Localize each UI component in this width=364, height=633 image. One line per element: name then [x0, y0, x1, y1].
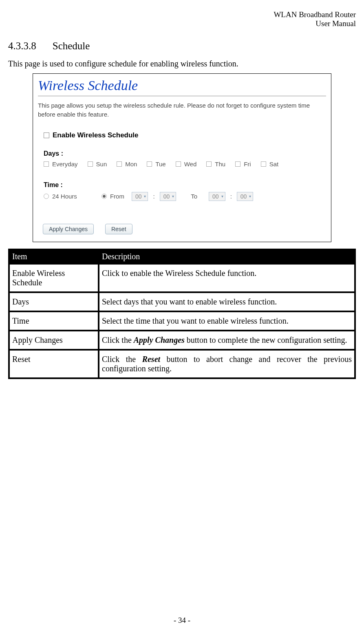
checkbox-icon[interactable] — [44, 132, 49, 138]
section-title: Schedule — [53, 40, 90, 52]
select-value: 00 — [135, 193, 142, 200]
header-item: Item — [9, 249, 99, 264]
radio-icon[interactable] — [44, 194, 49, 199]
apply-changes-button[interactable]: Apply Changes — [43, 224, 94, 234]
cell-item: Time — [9, 311, 99, 331]
from-hour-select[interactable]: 00▾ — [132, 192, 148, 201]
table-header-row: Item Description — [9, 249, 355, 264]
time-row: 24 Hours From 00▾ : 00▾ To 00▾ : 00▾ — [44, 192, 326, 201]
select-value: 00 — [212, 193, 219, 200]
day-label: Sun — [96, 161, 107, 168]
chevron-down-icon: ▾ — [249, 194, 251, 199]
header-line2: User Manual — [8, 19, 356, 28]
checkbox-icon[interactable] — [88, 161, 93, 167]
cell-item: Days — [9, 292, 99, 311]
day-sun[interactable]: Sun — [88, 161, 107, 168]
table-row: Reset Click the Reset button to abort ch… — [9, 350, 355, 378]
time-to-label: To — [191, 193, 197, 200]
day-label: Fri — [244, 161, 251, 168]
checkbox-icon[interactable] — [261, 161, 266, 167]
to-min-select[interactable]: 00▾ — [237, 192, 254, 201]
header-description: Description — [99, 249, 355, 264]
day-tue[interactable]: Tue — [147, 161, 165, 168]
time-separator: : — [230, 193, 232, 200]
cell-item: Reset — [9, 350, 99, 378]
day-label: Thu — [215, 161, 225, 168]
cell-desc: Select days that you want to enable wire… — [99, 292, 355, 311]
page-footer: - 34 - — [8, 616, 356, 625]
cell-desc: Click the Reset button to abort change a… — [99, 350, 355, 378]
cell-desc: Click to enable the Wireless Schedule fu… — [99, 264, 355, 292]
intro-text: This page is used to configure schedule … — [8, 59, 356, 68]
time-separator: : — [153, 193, 154, 200]
button-row: Apply Changes Reset — [43, 224, 326, 234]
checkbox-icon[interactable] — [117, 161, 122, 167]
checkbox-icon[interactable] — [44, 161, 49, 167]
chevron-down-icon: ▾ — [172, 194, 174, 199]
time-24-label: 24 Hours — [52, 193, 77, 200]
checkbox-icon[interactable] — [235, 161, 240, 167]
table-row: Days Select days that you want to enable… — [9, 292, 355, 311]
enable-wireless-schedule-row[interactable]: Enable Wireless Schedule — [44, 131, 326, 139]
cell-desc: Select the time that you want to enable … — [99, 311, 355, 331]
day-label: Wed — [184, 161, 197, 168]
header-line1: WLAN Broadband Router — [8, 10, 356, 19]
time-from-range[interactable]: From — [101, 193, 124, 200]
time-label: Time : — [44, 181, 326, 189]
chevron-down-icon: ▾ — [144, 194, 146, 199]
doc-header: WLAN Broadband Router User Manual — [8, 10, 356, 28]
cell-item: Apply Changes — [9, 331, 99, 350]
checkbox-icon[interactable] — [176, 161, 181, 167]
day-fri[interactable]: Fri — [235, 161, 251, 168]
table-row: Time Select the time that you want to en… — [9, 311, 355, 331]
description-table: Item Description Enable Wireless Schedul… — [8, 249, 356, 379]
day-label: Sat — [269, 161, 279, 168]
radio-icon[interactable] — [101, 194, 107, 199]
days-label: Days : — [44, 150, 326, 157]
panel-description: This page allows you setup the wireless … — [38, 101, 326, 119]
cell-item: Enable Wireless Schedule — [9, 264, 99, 292]
table-row: Enable Wireless Schedule Click to enable… — [9, 264, 355, 292]
from-min-select[interactable]: 00▾ — [160, 192, 176, 201]
section-heading: 4.3.3.8 Schedule — [8, 40, 356, 52]
time-from-label: From — [110, 193, 124, 200]
day-label: Tue — [155, 161, 165, 168]
chevron-down-icon: ▾ — [221, 194, 223, 199]
day-mon[interactable]: Mon — [117, 161, 137, 168]
days-row: Everyday Sun Mon Tue Wed Thu Fri Sat — [44, 161, 326, 168]
to-hour-select[interactable]: 00▾ — [209, 192, 225, 201]
day-sat[interactable]: Sat — [261, 161, 279, 168]
checkbox-icon[interactable] — [147, 161, 152, 167]
divider — [38, 96, 326, 96]
time-24hours[interactable]: 24 Hours — [44, 193, 77, 200]
table-row: Apply Changes Click the Apply Changes bu… — [9, 331, 355, 350]
day-label: Everyday — [52, 161, 78, 168]
enable-wireless-schedule-label: Enable Wireless Schedule — [53, 131, 139, 139]
select-value: 00 — [240, 193, 247, 200]
day-everyday[interactable]: Everyday — [44, 161, 78, 168]
select-value: 00 — [163, 193, 170, 200]
panel-title: Wireless Schedule — [38, 78, 326, 93]
wireless-schedule-panel: Wireless Schedule This page allows you s… — [33, 73, 331, 242]
day-thu[interactable]: Thu — [206, 161, 225, 168]
checkbox-icon[interactable] — [206, 161, 212, 167]
section-number: 4.3.3.8 — [8, 40, 36, 52]
cell-desc: Click the Apply Changes button to comple… — [99, 331, 355, 350]
day-wed[interactable]: Wed — [176, 161, 197, 168]
day-label: Mon — [125, 161, 137, 168]
reset-button[interactable]: Reset — [105, 224, 132, 234]
